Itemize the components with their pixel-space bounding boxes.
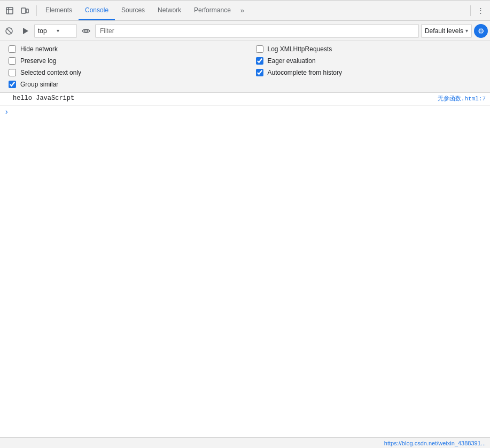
filter-input[interactable] [95,24,419,38]
clear-console-button[interactable] [2,24,16,38]
setting-preserve-log[interactable]: Preserve log [9,57,235,65]
setting-autocomplete-history[interactable]: Autocomplete from history [256,69,482,76]
inspect-element-button[interactable] [2,3,17,18]
more-options-button[interactable]: ⋮ [473,3,488,18]
execute-button[interactable] [18,24,32,38]
svg-rect-4 [26,9,28,13]
group-similar-checkbox[interactable] [9,81,16,88]
tab-network[interactable]: Network [151,1,188,20]
svg-point-8 [85,29,88,32]
eye-button[interactable] [79,24,93,38]
setting-eager-eval[interactable]: Eager evaluation [256,57,482,65]
tabs-container: Elements Console Sources Network Perform… [39,1,468,20]
console-output: hello JavaScript 无参函数.html:7 › [0,93,490,437]
setting-selected-context[interactable]: Selected context only [9,69,235,76]
more-tabs-button[interactable]: » [237,1,247,20]
device-toolbar-button[interactable] [17,3,32,18]
context-arrow-icon: ▾ [57,28,73,34]
svg-line-6 [7,29,11,33]
console-toolbar: top ▾ Default levels ▾ ⚙ [0,21,490,41]
log-xmlhttp-checkbox[interactable] [256,45,263,53]
status-url[interactable]: https://blog.csdn.net/weixin_4388391... [384,440,486,446]
settings-button[interactable]: ⚙ [474,24,488,38]
setting-group-similar[interactable]: Group similar [9,81,235,88]
tab-performance[interactable]: Performance [188,1,237,20]
svg-rect-3 [21,8,26,13]
svg-rect-0 [6,7,13,14]
setting-log-xmlhttp[interactable]: Log XMLHttpRequests [256,45,482,53]
tab-console[interactable]: Console [79,1,115,20]
tab-divider-right [470,5,471,16]
log-text: hello JavaScript [13,95,438,102]
console-prompt-line[interactable]: › [0,106,490,119]
tab-bar-icons [2,3,32,18]
status-bar: https://blog.csdn.net/weixin_4388391... [0,437,490,448]
chevron-right-icon[interactable]: › [4,108,9,116]
tab-divider [36,5,37,16]
tab-sources[interactable]: Sources [115,1,151,20]
tab-bar: Elements Console Sources Network Perform… [0,1,490,21]
devtools-panel: Elements Console Sources Network Perform… [0,0,490,448]
levels-arrow-icon: ▾ [465,28,468,34]
log-source-link[interactable]: 无参函数.html:7 [438,95,486,103]
tab-bar-right: ⋮ [473,3,488,18]
table-row: hello JavaScript 无参函数.html:7 [0,93,490,106]
context-selector[interactable]: top ▾ [34,24,77,38]
autocomplete-history-checkbox[interactable] [256,69,263,76]
settings-panel: Hide network Log XMLHttpRequests Preserv… [0,41,490,93]
selected-context-checkbox[interactable] [9,69,16,76]
tab-elements[interactable]: Elements [39,1,79,20]
preserve-log-checkbox[interactable] [9,57,16,65]
eager-eval-checkbox[interactable] [256,57,263,65]
setting-hide-network[interactable]: Hide network [9,45,235,53]
svg-marker-7 [23,28,28,34]
hide-network-checkbox[interactable] [9,45,16,53]
levels-selector[interactable]: Default levels ▾ [421,24,472,38]
